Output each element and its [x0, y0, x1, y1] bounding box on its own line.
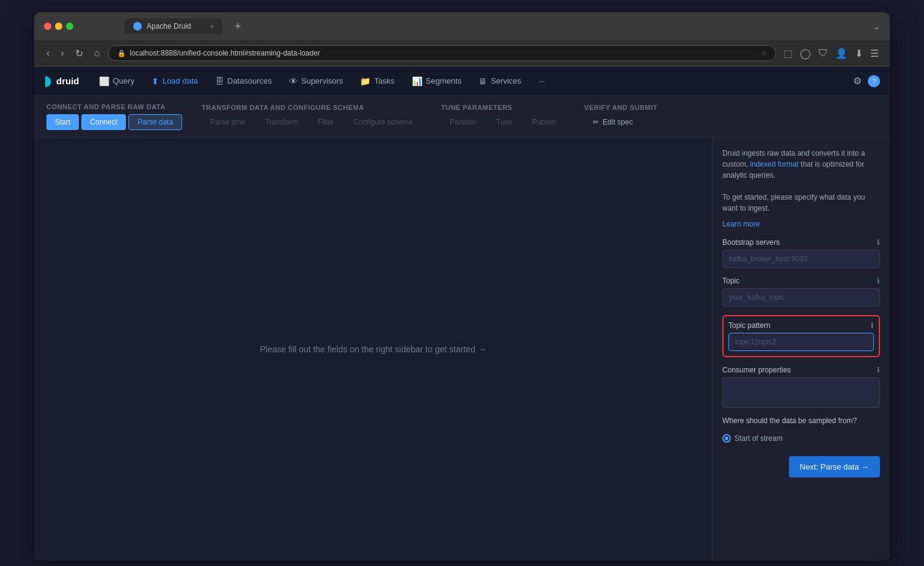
- wizard-section-transform: Transform data and configure schema Pars…: [202, 104, 422, 129]
- nav-item-more[interactable]: ···: [531, 73, 552, 89]
- bootstrap-servers-label-row: Bootstrap servers ℹ: [722, 238, 880, 247]
- nav-item-datasources-label: Datasources: [227, 76, 272, 85]
- minimize-dot[interactable]: [55, 23, 62, 30]
- profile-icon[interactable]: ◯: [799, 46, 812, 60]
- wizard-section-tune-title: Tune parameters: [441, 104, 565, 111]
- wizard-step-parse-data[interactable]: Parse data: [128, 114, 182, 130]
- services-icon: 🖥: [479, 76, 487, 86]
- nav-item-segments[interactable]: 📊 Segments: [405, 73, 469, 90]
- radio-group-sample: Start of stream: [722, 434, 880, 443]
- more-label: ···: [538, 76, 545, 85]
- intro-link[interactable]: indexed format: [750, 160, 798, 169]
- shield-icon[interactable]: 🛡: [817, 46, 829, 60]
- topic-input[interactable]: [722, 288, 880, 307]
- nav-item-services-label: Services: [491, 76, 521, 85]
- topic-label: Topic: [722, 277, 739, 285]
- left-panel: Please fill out the fields on the right …: [34, 138, 713, 561]
- help-icon[interactable]: ?: [868, 75, 880, 87]
- nav-item-query[interactable]: ⬜ Query: [92, 73, 142, 90]
- nav-item-datasources[interactable]: 🗄 Datasources: [208, 73, 279, 90]
- topic-pattern-input[interactable]: [728, 333, 874, 351]
- radio-dot-inner-start: [725, 437, 728, 440]
- reload-button[interactable]: ↻: [73, 46, 86, 60]
- settings-icon[interactable]: ⚙: [853, 75, 862, 87]
- consumer-properties-label: Consumer properties: [722, 366, 791, 374]
- wizard-step-start[interactable]: Start: [46, 114, 79, 130]
- main-content: Please fill out the fields on the right …: [34, 138, 890, 561]
- topic-group: Topic ℹ: [722, 277, 880, 307]
- url-text: localhost:8888/unified-console.html#stre…: [130, 49, 757, 57]
- bootstrap-servers-input[interactable]: [722, 250, 880, 268]
- load-data-icon: ⬆: [152, 76, 159, 86]
- topic-pattern-label-row: Topic pattern ℹ: [728, 321, 874, 330]
- toolbar-actions: ⬚ ◯ 🛡 👤 ⬇ ☰: [782, 46, 880, 60]
- wizard-step-filter[interactable]: Filter: [309, 115, 343, 129]
- next-button-label: Next: Parse data →: [800, 462, 869, 471]
- topic-pattern-info-icon[interactable]: ℹ: [871, 321, 874, 330]
- tab-close-button[interactable]: ×: [210, 23, 214, 30]
- datasources-icon: 🗄: [215, 76, 224, 86]
- wizard-step-edit-spec[interactable]: ✏ Edit spec: [584, 115, 641, 129]
- app: ◗ druid ⬜ Query ⬆ Load data 🗄 Datasource…: [34, 67, 890, 561]
- browser-tab[interactable]: Apache Druid ×: [125, 18, 222, 34]
- nav-items: ⬜ Query ⬆ Load data 🗄 Datasources 👁 Supe…: [92, 73, 854, 90]
- wizard-section-transform-title: Transform data and configure schema: [202, 104, 422, 111]
- forward-button[interactable]: ›: [58, 46, 66, 60]
- maximize-dot[interactable]: [66, 23, 73, 30]
- consumer-properties-label-row: Consumer properties ℹ: [722, 366, 880, 374]
- supervisors-icon: 👁: [289, 76, 298, 86]
- wizard-step-tune[interactable]: Tune: [488, 115, 521, 129]
- star-icon: ☆: [761, 49, 767, 57]
- wizard-step-transform[interactable]: Transform: [256, 115, 306, 129]
- consumer-properties-group: Consumer properties ℹ: [722, 366, 880, 408]
- learn-more-link[interactable]: Learn more: [722, 219, 880, 230]
- browser-toolbar: ‹ › ↻ ⌂ 🔒 localhost:8888/unified-console…: [34, 40, 890, 67]
- wizard-step-configure-schema[interactable]: Configure schema: [345, 115, 421, 129]
- consumer-properties-info-icon[interactable]: ℹ: [877, 366, 880, 374]
- radio-dot-start: [722, 434, 731, 443]
- nav-item-supervisors-label: Supervisors: [301, 76, 343, 85]
- segments-icon: 📊: [412, 76, 422, 86]
- wizard-step-parse-time[interactable]: Parse time: [202, 115, 254, 129]
- topic-info-icon[interactable]: ℹ: [877, 277, 880, 285]
- back-button[interactable]: ‹: [44, 46, 52, 60]
- query-icon: ⬜: [99, 76, 109, 86]
- tasks-icon: 📁: [360, 76, 370, 86]
- edit-spec-label: Edit spec: [603, 118, 632, 126]
- topic-pattern-label: Topic pattern: [728, 321, 771, 330]
- nav-item-services[interactable]: 🖥 Services: [471, 73, 529, 90]
- account-icon[interactable]: 👤: [834, 46, 849, 60]
- nav-item-tasks[interactable]: 📁 Tasks: [353, 73, 402, 90]
- wizard-section-verify-title: Verify and submit: [584, 104, 658, 111]
- close-dot[interactable]: [44, 23, 51, 30]
- extensions-icon[interactable]: ⬚: [782, 46, 794, 60]
- bootstrap-servers-group: Bootstrap servers ℹ: [722, 238, 880, 268]
- wizard-step-partition[interactable]: Partition: [441, 115, 485, 129]
- intro-text-3: To get started, please specify what data…: [722, 193, 865, 212]
- nav-item-segments-label: Segments: [426, 76, 462, 85]
- next-parse-data-button[interactable]: Next: Parse data →: [789, 456, 880, 477]
- wizard-steps-connect-parse: Start Connect Parse data: [46, 114, 182, 130]
- topic-pattern-wrapper: Topic pattern ℹ: [722, 315, 880, 357]
- download-icon[interactable]: ⬇: [854, 46, 864, 60]
- tab-label: Apache Druid: [147, 22, 191, 31]
- top-nav: ◗ druid ⬜ Query ⬆ Load data 🗄 Datasource…: [34, 67, 890, 96]
- wizard-step-publish[interactable]: Publish: [524, 115, 565, 129]
- new-tab-button[interactable]: +: [230, 19, 246, 34]
- window-chevron-icon: ⌄: [873, 22, 880, 31]
- nav-item-load-data[interactable]: ⬆ Load data: [144, 73, 205, 90]
- wizard-section-verify: Verify and submit ✏ Edit spec: [584, 104, 658, 129]
- placeholder-text: Please fill out the fields on the right …: [260, 344, 486, 354]
- druid-logo-icon: ◗: [44, 73, 51, 89]
- url-bar[interactable]: 🔒 localhost:8888/unified-console.html#st…: [108, 45, 776, 61]
- wizard-section-connect-parse-title: Connect and parse raw data: [46, 103, 182, 111]
- wizard-bar: Connect and parse raw data Start Connect…: [34, 96, 890, 138]
- home-button[interactable]: ⌂: [92, 46, 103, 60]
- bootstrap-servers-info-icon[interactable]: ℹ: [877, 238, 880, 247]
- radio-start-of-stream[interactable]: Start of stream: [722, 434, 783, 443]
- menu-icon[interactable]: ☰: [869, 46, 880, 60]
- wizard-step-connect[interactable]: Connect: [81, 114, 126, 130]
- left-panel-message: Please fill out the fields on the right …: [260, 344, 486, 354]
- nav-item-supervisors[interactable]: 👁 Supervisors: [282, 73, 351, 90]
- consumer-properties-input[interactable]: [722, 377, 880, 408]
